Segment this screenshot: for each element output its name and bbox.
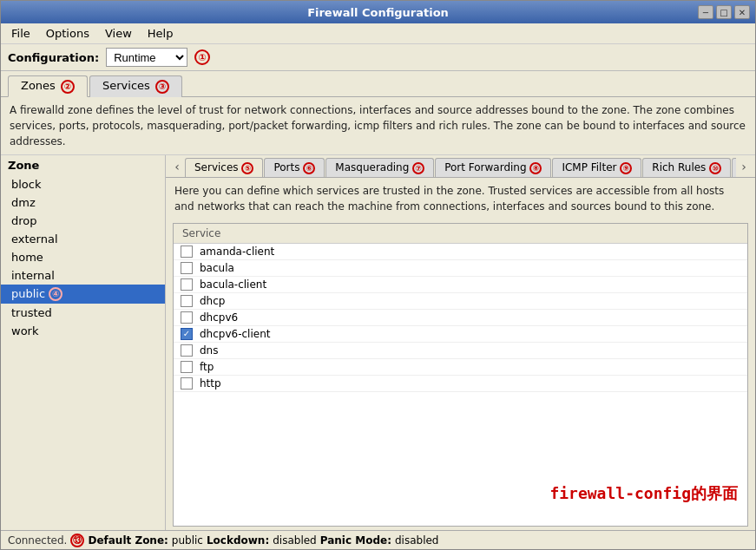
zone-list-items[interactable]: block dmz drop external home i [1,175,165,531]
service-item-dns[interactable]: dns [174,343,747,359]
service-checkbox-dns[interactable] [181,344,193,357]
service-item-ftp[interactable]: ftp [174,359,747,376]
close-button[interactable]: ✕ [734,5,750,19]
title-bar: Firewall Configuration − □ ✕ [1,1,755,23]
annotation-2: ② [61,80,75,94]
inner-tab-ports[interactable]: Ports ⑥ [264,158,325,177]
main-content: Zones ② Services ③ A firewalld zone defi… [1,71,755,530]
service-item-http[interactable]: http [174,376,747,392]
tab-services[interactable]: Services ③ [89,75,182,97]
menu-options[interactable]: Options [39,25,96,42]
zone-item-internal[interactable]: internal [1,266,165,285]
tab-zones[interactable]: Zones ② [8,75,88,97]
window-title: Firewall Configuration [58,6,698,19]
service-checkbox-dhcpv6-client[interactable] [181,328,193,340]
split-area: Zone block dmz drop external [1,155,755,531]
status-lockdown-label: Lockdown: [207,534,269,547]
inner-tab-masquerading[interactable]: Masquerading ⑦ [325,158,434,177]
service-item-bacula-client[interactable]: bacula-client [174,277,747,293]
service-list-container: Service amanda-client bacula bacula- [173,223,748,527]
config-select-wrap: Runtime Permanent [106,48,187,67]
detail-panel: ‹ Services ⑤ Ports ⑥ Masquerading ⑦ [166,155,755,531]
nav-right-arrow[interactable]: › [736,157,752,176]
menu-view[interactable]: View [98,25,139,42]
service-checkbox-bacula-client[interactable] [181,278,193,291]
inner-tab-area: ‹ Services ⑤ Ports ⑥ Masquerading ⑦ [166,155,755,178]
service-checkbox-dhcpv6[interactable] [181,311,193,324]
status-connected: Connected. [8,534,67,547]
inner-tab-services[interactable]: Services ⑤ [185,158,263,177]
inner-tab-port-forwarding[interactable]: Port Forwarding ⑧ [435,158,551,177]
zone-item-drop[interactable]: drop [1,212,165,230]
service-checkbox-dhcp[interactable] [181,295,193,307]
zone-item-home[interactable]: home [1,248,165,266]
annotation-8: ⑧ [529,162,542,174]
zone-item-external[interactable]: external [1,230,165,248]
service-checkbox-ftp[interactable] [181,361,193,373]
config-dropdown[interactable]: Runtime Permanent [106,48,187,67]
zone-item-work[interactable]: work [1,322,165,340]
nav-left-arrow[interactable]: ‹ [169,157,185,176]
menubar: File Options View Help [1,23,755,44]
inner-tab-interfaces[interactable]: Interfaces ⑪ [732,158,736,177]
status-default-zone-label: Default Zone: [88,534,168,547]
toolbar: Configuration: Runtime Permanent ① [1,44,755,71]
inner-tabs: Services ⑤ Ports ⑥ Masquerading ⑦ Port [185,157,736,177]
inner-tab-icmp-filter[interactable]: ICMP Filter ⑨ [552,158,641,177]
zone-list: Zone block dmz drop external [1,155,166,531]
menu-file[interactable]: File [4,25,37,42]
service-checkbox-amanda-client[interactable] [181,246,193,258]
service-item-dhcpv6[interactable]: dhcpv6 [174,310,747,326]
service-item-dhcp[interactable]: dhcp [174,293,747,310]
service-checkbox-bacula[interactable] [181,262,193,274]
maximize-button[interactable]: □ [716,5,732,19]
annotation-13: ⑬ [70,534,84,547]
annotation-7: ⑦ [412,162,424,174]
annotation-6: ⑥ [303,162,315,174]
service-item-bacula[interactable]: bacula [174,260,747,277]
window-controls: − □ ✕ [698,5,750,19]
status-panic-value: disabled [395,534,439,547]
service-item-dhcpv6-client[interactable]: dhcpv6-client [174,326,747,343]
zone-item-public[interactable]: public ④ [1,285,165,304]
service-list-scroll[interactable]: amanda-client bacula bacula-client [174,244,747,524]
zone-item-trusted[interactable]: trusted [1,304,165,322]
zone-description: A firewalld zone defines the level of tr… [1,97,755,155]
zone-list-header: Zone [1,155,165,175]
annotation-9: ⑨ [620,162,632,174]
status-default-zone-value: public [172,534,203,547]
annotation-3: ③ [155,80,169,94]
service-list-header: Service [174,224,747,244]
service-item-amanda-client[interactable]: amanda-client [174,244,747,260]
config-label: Configuration: [8,51,99,64]
minimize-button[interactable]: − [698,5,713,19]
menu-help[interactable]: Help [141,25,181,42]
main-window: Firewall Configuration − □ ✕ File Option… [0,0,756,550]
top-tab-bar: Zones ② Services ③ [1,71,755,97]
zone-item-dmz[interactable]: dmz [1,193,165,212]
annotation-4: ④ [49,287,62,301]
zone-item-block[interactable]: block [1,175,165,193]
annotation-5: ⑤ [241,162,253,174]
inner-tab-rich-rules[interactable]: Rich Rules ⑩ [642,158,731,177]
annotation-10: ⑩ [709,162,721,174]
annotation-1: ① [194,49,210,65]
status-bar: Connected. ⑬ Default Zone: public Lockdo… [1,530,755,549]
status-panic-label: Panic Mode: [320,534,391,547]
service-checkbox-http[interactable] [181,377,193,390]
services-info-text: Here you can define which services are t… [166,178,755,219]
status-lockdown-value: disabled [273,534,317,547]
